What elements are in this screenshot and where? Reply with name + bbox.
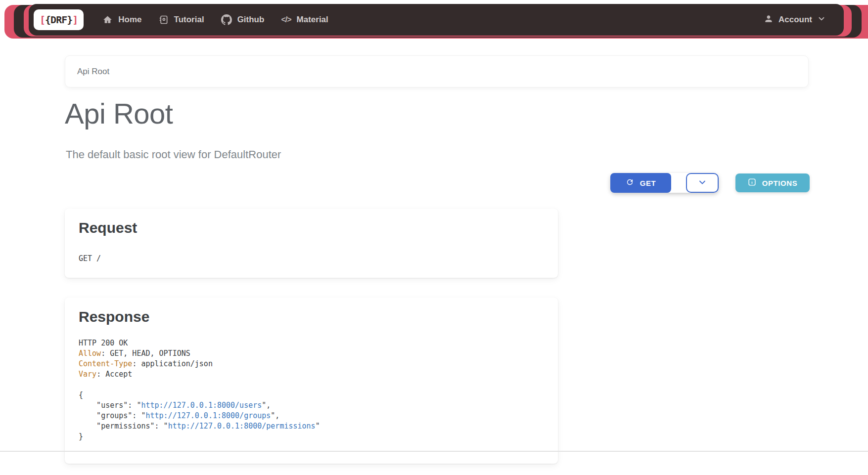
- code-text: ",: [271, 411, 279, 420]
- navbar: [{DRF}] Home Tutorial: [29, 4, 844, 36]
- page: [{DRF}] Home Tutorial: [0, 0, 868, 475]
- account-label: Account: [778, 15, 812, 25]
- code-text: : Accept: [96, 370, 132, 379]
- code-text: "permissions": ": [79, 422, 168, 431]
- code-text: Content-Type: [79, 359, 132, 368]
- nav-item-material[interactable]: </> Material: [281, 15, 328, 25]
- github-icon: [221, 14, 232, 25]
- home-icon: [102, 15, 113, 25]
- code-text: Vary: [79, 370, 96, 379]
- request-line: GET /: [79, 254, 544, 263]
- breadcrumb-item-api-root[interactable]: Api Root: [77, 67, 109, 77]
- nav-item-github[interactable]: Github: [221, 14, 265, 25]
- code-text: Allow: [79, 349, 101, 358]
- code-text: HTTP 200 OK: [79, 339, 128, 347]
- logo-right-bracket: ]: [72, 14, 78, 26]
- code-text: ",: [262, 401, 271, 410]
- nav-item-label: Home: [118, 15, 141, 25]
- logo-core: {DRF}: [45, 14, 72, 26]
- chevron-down-icon: [697, 177, 707, 189]
- chevron-down-icon: [817, 14, 826, 26]
- tutorial-icon: [159, 15, 169, 25]
- page-title: Api Root: [65, 97, 173, 130]
- code-text: }: [79, 432, 83, 441]
- breadcrumb: Api Root: [65, 55, 809, 87]
- code-text: "users": ": [79, 401, 141, 410]
- request-heading: Request: [65, 209, 558, 236]
- nav-item-label: Github: [237, 15, 265, 25]
- response-url-link[interactable]: http://127.0.0.1:8000/permissions: [168, 422, 316, 431]
- drf-logo[interactable]: [{DRF}]: [34, 9, 84, 30]
- get-button-group: GET: [610, 173, 719, 193]
- request-card: Request GET /: [65, 209, 558, 278]
- person-icon: [764, 14, 774, 26]
- refresh-icon: [626, 178, 634, 188]
- code-text: : application/json: [132, 359, 213, 368]
- code-icon: </>: [281, 15, 291, 24]
- code-text: : GET, HEAD, OPTIONS: [101, 349, 190, 358]
- account-menu[interactable]: Account: [764, 14, 826, 26]
- get-button-label: GET: [640, 179, 656, 187]
- bottom-divider: [0, 451, 868, 452]
- nav-item-label: Tutorial: [174, 15, 204, 25]
- info-icon: [748, 178, 756, 188]
- response-url-link[interactable]: http://127.0.0.1:8000/groups: [145, 411, 271, 420]
- get-button[interactable]: GET: [610, 173, 671, 193]
- code-text: {: [79, 390, 83, 399]
- response-card: Response HTTP 200 OKAllow: GET, HEAD, OP…: [65, 298, 558, 464]
- page-subtitle: The default basic root view for DefaultR…: [66, 148, 281, 161]
- response-url-link[interactable]: http://127.0.0.1:8000/users: [141, 401, 262, 410]
- response-code: HTTP 200 OKAllow: GET, HEAD, OPTIONSCont…: [79, 338, 544, 442]
- logo-left-bracket: [: [40, 14, 45, 26]
- get-format-dropdown-button[interactable]: [686, 173, 719, 193]
- code-text: ": [316, 422, 320, 431]
- nav-item-home[interactable]: Home: [102, 15, 141, 25]
- response-heading: Response: [65, 298, 558, 325]
- nav-links: Home Tutorial Github: [102, 14, 328, 25]
- code-text: "groups": ": [79, 411, 145, 420]
- options-button[interactable]: OPTIONS: [735, 173, 810, 192]
- options-button-label: OPTIONS: [762, 179, 798, 187]
- nav-item-tutorial[interactable]: Tutorial: [159, 15, 204, 25]
- nav-item-label: Material: [297, 15, 328, 25]
